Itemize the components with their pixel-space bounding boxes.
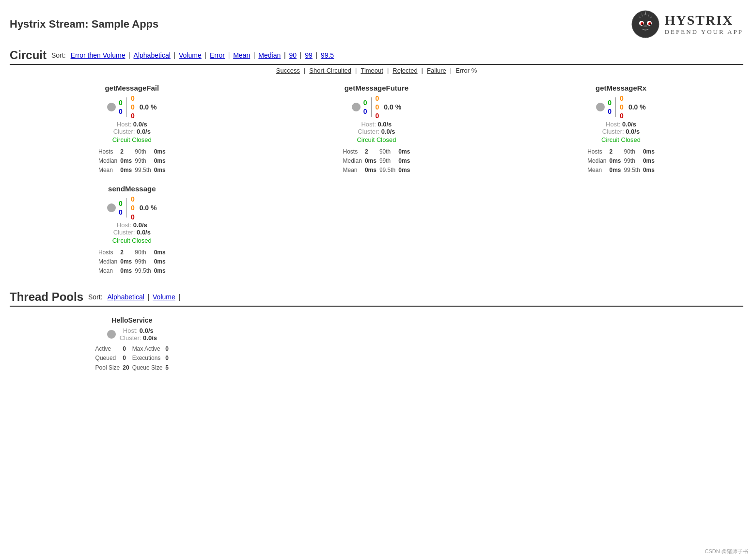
circuit-status: Circuit Closed bbox=[357, 136, 396, 143]
error-pct: 0.0 % bbox=[384, 103, 401, 111]
error-pct: 0.0 % bbox=[140, 204, 157, 212]
stats-right: 90th 99th 99.5th 0ms 0ms 0ms bbox=[624, 147, 655, 175]
legend-short-circuited[interactable]: Short-Circuited bbox=[309, 67, 351, 74]
logo-text-area: HYSTRIX DEFEND YOUR APP bbox=[665, 13, 743, 36]
host-rate: 0.0/s bbox=[377, 121, 392, 128]
sort-995[interactable]: 99.5 bbox=[321, 51, 334, 59]
num-failure: 0 bbox=[131, 213, 135, 221]
circuit-row1: 0 0 0 0 0 0.0 % bbox=[107, 94, 157, 121]
circuit-row1: 0 0 0 0 0 0.0 % bbox=[596, 94, 645, 121]
sort-median[interactable]: Median bbox=[258, 51, 281, 59]
circuit-body: getMessageFuture 0 0 0 0 0 0.0 % Host: 0… bbox=[257, 84, 497, 175]
sort-alphabetical[interactable]: Alphabetical bbox=[134, 51, 171, 59]
cluster-rate: 0.0/s bbox=[381, 128, 395, 135]
tp-sort-alphabetical[interactable]: Alphabetical bbox=[108, 293, 144, 301]
stats-right: 90th 99th 99.5th 0ms 0ms 0ms bbox=[379, 147, 410, 175]
sort-error[interactable]: Error bbox=[210, 51, 225, 59]
legend-failure[interactable]: Failure bbox=[427, 67, 446, 74]
circuit-indicator bbox=[352, 103, 361, 111]
num-shortcircuit: 0 bbox=[131, 203, 135, 212]
num-timeout: 0 bbox=[620, 94, 624, 103]
circuit-name: sendMessage bbox=[108, 185, 156, 193]
stats-block: Hosts Median Mean 2 0ms 0ms 90th 99th 99… bbox=[587, 147, 655, 175]
tp-indicator bbox=[107, 330, 116, 339]
num-col-left: 0 0 bbox=[363, 98, 367, 116]
circuit-card-getmessagefuture: getMessageFuture 0 0 0 0 0 0.0 % Host: 0… bbox=[254, 79, 499, 180]
sort-error-volume[interactable]: Error then Volume bbox=[71, 51, 126, 59]
sort-mean[interactable]: Mean bbox=[233, 51, 250, 59]
circuit-body: sendMessage 0 0 0 0 0 0.0 % Host: 0.0/s bbox=[12, 185, 252, 276]
logo-area: HYSTRIX DEFEND YOUR APP bbox=[631, 10, 743, 39]
num-shortcircuit: 0 bbox=[131, 103, 135, 111]
cluster-rate: 0.0/s bbox=[137, 128, 151, 135]
circuit-card-getmessagerx: getMessageRx 0 0 0 0 0 0.0 % Host: 0.0/s bbox=[499, 79, 743, 180]
stats-block: Hosts Median Mean 2 0ms 0ms 90th 99th 99… bbox=[343, 147, 410, 175]
host-rate-row: Host: 0.0/s bbox=[361, 121, 392, 128]
num-col-left: 0 0 bbox=[119, 98, 123, 116]
cluster-rate-row: Cluster: 0.0/s bbox=[358, 128, 395, 135]
circuit-row1: 0 0 0 0 0 0.0 % bbox=[107, 195, 157, 221]
num-col-right: 0 0 0 bbox=[131, 94, 135, 121]
num-divider bbox=[126, 97, 127, 117]
stats-right: 90th 99th 99.5th 0ms 0ms 0ms bbox=[135, 248, 165, 276]
circuit-card-getmessagefail: getMessageFail 0 0 0 0 0 0.0 % Host: 0.0… bbox=[10, 79, 254, 180]
legend-success[interactable]: Success bbox=[276, 67, 300, 74]
num-rejected: 0 bbox=[608, 107, 612, 116]
num-failure: 0 bbox=[376, 111, 379, 120]
thread-pool-name: HelloService bbox=[111, 316, 152, 324]
num-rejected: 0 bbox=[119, 107, 123, 116]
sort-volume[interactable]: Volume bbox=[179, 51, 202, 59]
circuit-name: getMessageFail bbox=[105, 84, 159, 92]
cluster-rate-row: Cluster: 0.0/s bbox=[602, 128, 640, 135]
thread-pools-container: HelloService Host: 0.0/s Cluster: 0.0/s … bbox=[10, 311, 743, 377]
circuit-body: getMessageFail 0 0 0 0 0 0.0 % Host: 0.0… bbox=[12, 84, 252, 175]
legend-rejected[interactable]: Rejected bbox=[392, 67, 417, 74]
thread-pools-section: Thread Pools Sort: Alphabetical | Volume… bbox=[10, 290, 743, 377]
thread-pools-label: Thread Pools bbox=[10, 290, 83, 304]
stats-vals: 2 0ms 0ms bbox=[120, 147, 132, 175]
circuit-status: Circuit Closed bbox=[112, 136, 152, 143]
svg-point-12 bbox=[643, 25, 647, 27]
thread-pools-section-header: Thread Pools Sort: Alphabetical | Volume… bbox=[10, 290, 743, 307]
num-shortcircuit: 0 bbox=[620, 103, 624, 111]
num-shortcircuit: 0 bbox=[376, 103, 379, 111]
num-divider bbox=[615, 97, 616, 117]
num-col-right: 0 0 0 bbox=[376, 94, 379, 121]
stats-block: Hosts Median Mean 2 0ms 0ms 90th 99th 99… bbox=[98, 147, 166, 175]
host-rate: 0.0/s bbox=[133, 221, 147, 229]
legend-row: Success | Short-Circuited | Timeout | Re… bbox=[10, 67, 743, 74]
svg-point-10 bbox=[642, 24, 643, 25]
tp-sort-volume[interactable]: Volume bbox=[153, 293, 175, 301]
num-rejected: 0 bbox=[119, 208, 123, 217]
legend-error-pct: Error % bbox=[455, 67, 477, 74]
num-col-right: 0 0 0 bbox=[620, 94, 624, 121]
circuit-label: Circuit bbox=[10, 48, 47, 62]
circuit-indicator bbox=[107, 103, 116, 111]
svg-point-0 bbox=[632, 11, 659, 38]
host-rate: 0.0/s bbox=[133, 121, 147, 128]
host-rate-row: Host: 0.0/s bbox=[606, 121, 636, 128]
circuit-status: Circuit Closed bbox=[112, 237, 152, 244]
page-title: Hystrix Stream: Sample Apps bbox=[10, 18, 158, 31]
sort-99[interactable]: 99 bbox=[305, 51, 313, 59]
cluster-rate: 0.0/s bbox=[137, 229, 151, 236]
stats-vals: 2 0ms 0ms bbox=[609, 147, 621, 175]
host-rate-row: Host: 0.0/s bbox=[117, 121, 147, 128]
circuit-body: getMessageRx 0 0 0 0 0 0.0 % Host: 0.0/s bbox=[501, 84, 741, 175]
num-timeout: 0 bbox=[131, 195, 135, 203]
stats-labels: Hosts Median Mean bbox=[343, 147, 362, 175]
stats-vals: 2 0ms 0ms bbox=[120, 248, 132, 276]
sort-90[interactable]: 90 bbox=[289, 51, 297, 59]
stats-block: Hosts Median Mean 2 0ms 0ms 90th 99th 99… bbox=[98, 248, 166, 276]
host-rate-row: Host: 0.0/s bbox=[117, 221, 147, 229]
cluster-rate-row: Cluster: 0.0/s bbox=[113, 229, 151, 236]
circuit-name: getMessageRx bbox=[596, 84, 646, 92]
stats-labels: Hosts Median Mean bbox=[98, 248, 117, 276]
num-failure: 0 bbox=[620, 111, 624, 120]
stats-labels: Hosts Median Mean bbox=[587, 147, 606, 175]
num-col-left: 0 0 bbox=[608, 98, 612, 116]
legend-timeout[interactable]: Timeout bbox=[361, 67, 383, 74]
tp-stats-block: Active Queued Pool Size 0 0 20 Max Activ… bbox=[95, 344, 169, 373]
thread-pool-body: HelloService Host: 0.0/s Cluster: 0.0/s … bbox=[12, 316, 252, 373]
thread-pools-sort-label: Sort: bbox=[88, 293, 103, 301]
